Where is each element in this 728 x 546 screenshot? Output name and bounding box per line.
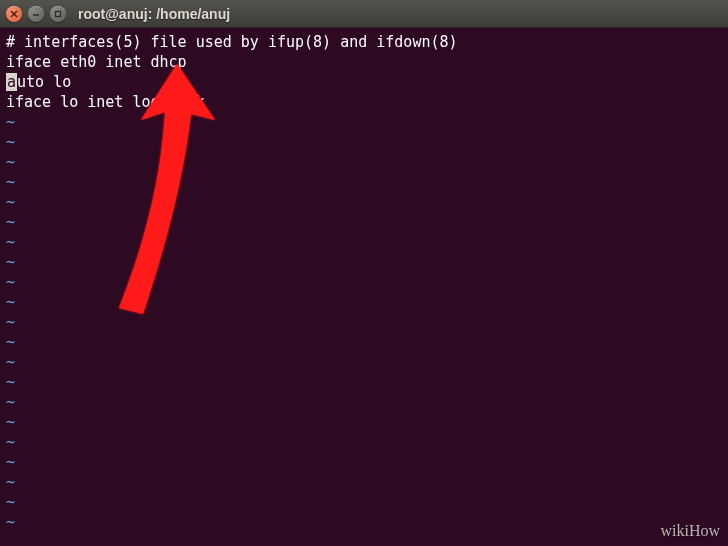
vim-tilde: ~	[6, 112, 722, 132]
terminal-window: root@anuj: /home/anuj # interfaces(5) fi…	[0, 0, 728, 546]
vim-tilde: ~	[6, 272, 722, 292]
vim-tilde: ~	[6, 392, 722, 412]
vim-tilde: ~	[6, 252, 722, 272]
vim-tilde: ~	[6, 412, 722, 432]
vim-tilde: ~	[6, 212, 722, 232]
editor-line: iface eth0 inet dhcp	[6, 52, 722, 72]
vim-tilde: ~	[6, 232, 722, 252]
editor-line: auto lo	[6, 72, 722, 92]
vim-tilde: ~	[6, 192, 722, 212]
vim-tilde: ~	[6, 152, 722, 172]
cursor: a	[6, 73, 17, 91]
svg-rect-3	[56, 11, 61, 16]
maximize-button[interactable]	[50, 6, 66, 22]
vim-tilde: ~	[6, 432, 722, 452]
vim-tilde: ~	[6, 492, 722, 512]
vim-tilde: ~	[6, 452, 722, 472]
titlebar: root@anuj: /home/anuj	[0, 0, 728, 28]
vim-tilde: ~	[6, 172, 722, 192]
vim-tilde: ~	[6, 352, 722, 372]
vim-tilde: ~	[6, 472, 722, 492]
terminal-content[interactable]: # interfaces(5) file used by ifup(8) and…	[0, 28, 728, 546]
close-button[interactable]	[6, 6, 22, 22]
vim-tilde: ~	[6, 512, 722, 532]
vim-tilde: ~	[6, 292, 722, 312]
vim-tilde: ~	[6, 372, 722, 392]
vim-tilde: ~	[6, 332, 722, 352]
watermark: wikiHow	[660, 522, 720, 540]
window-title: root@anuj: /home/anuj	[78, 6, 230, 22]
editor-line: # interfaces(5) file used by ifup(8) and…	[6, 32, 722, 52]
vim-tilde: ~	[6, 312, 722, 332]
editor-line: iface lo inet loopback	[6, 92, 722, 112]
minimize-button[interactable]	[28, 6, 44, 22]
vim-tilde: ~	[6, 132, 722, 152]
